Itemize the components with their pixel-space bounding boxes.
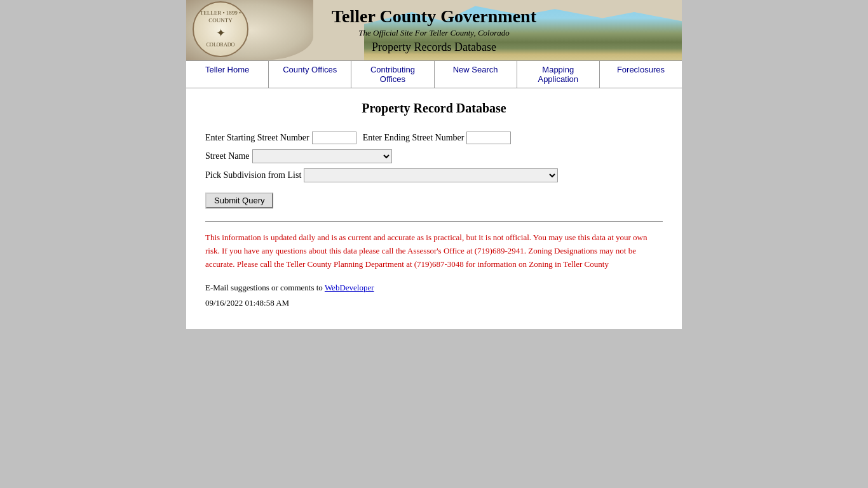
header: TELLER • 1899 • COUNTY ✦ COLORADO Teller… xyxy=(186,0,682,60)
page-title: Property Record Database xyxy=(205,101,663,116)
db-title: Property Records Database xyxy=(332,41,536,54)
subdivision-row: Pick Subdivision from List xyxy=(205,168,663,182)
starting-street-input[interactable] xyxy=(312,132,356,144)
seal-star: ✦ xyxy=(194,26,247,41)
main-content: Property Record Database Enter Starting … xyxy=(186,88,682,329)
nav-foreclosures[interactable]: Foreclosures xyxy=(600,61,682,88)
street-name-select[interactable] xyxy=(252,149,392,163)
street-name-label: Street Name xyxy=(205,151,250,161)
divider xyxy=(205,221,663,222)
site-title: Teller County Government xyxy=(332,6,536,27)
nav-county-offices[interactable]: County Offices xyxy=(269,61,351,88)
submit-button[interactable]: Submit Query xyxy=(205,193,273,208)
disclaimer-text: This information is updated daily and is… xyxy=(205,231,663,271)
submit-row: Submit Query xyxy=(205,187,663,208)
street-number-row: Enter Starting Street Number Enter Endin… xyxy=(205,132,663,144)
starting-street-label: Enter Starting Street Number xyxy=(205,133,309,143)
ending-street-label: Enter Ending Street Number xyxy=(363,133,465,143)
county-seal: TELLER • 1899 • COUNTY ✦ COLORADO xyxy=(193,1,248,57)
nav-contributing-offices[interactable]: Contributing Offices xyxy=(351,61,434,88)
footer-text: E-Mail suggestions or comments to WebDev… xyxy=(205,280,663,310)
nav-teller-home[interactable]: Teller Home xyxy=(186,61,269,88)
nav-mapping-application[interactable]: Mapping Application xyxy=(517,61,600,88)
ending-street-input[interactable] xyxy=(466,132,511,144)
seal-text: TELLER • 1899 • COUNTY xyxy=(194,10,247,24)
header-text: Teller County Government The Official Si… xyxy=(332,6,536,54)
email-label: E-Mail suggestions or comments to xyxy=(205,283,323,292)
subdivision-label: Pick Subdivision from List xyxy=(205,170,301,180)
subdivision-select[interactable] xyxy=(304,168,558,182)
site-subtitle: The Official Site For Teller County, Col… xyxy=(332,28,536,38)
page-wrapper: TELLER • 1899 • COUNTY ✦ COLORADO Teller… xyxy=(186,0,682,329)
search-form: Enter Starting Street Number Enter Endin… xyxy=(205,132,663,208)
webdeveloper-link[interactable]: WebDeveloper xyxy=(325,283,374,292)
nav-new-search[interactable]: New Search xyxy=(435,61,517,88)
timestamp: 09/16/2022 01:48:58 AM xyxy=(205,298,289,308)
seal-co: COLORADO xyxy=(194,42,247,48)
navigation: Teller Home County Offices Contributing … xyxy=(186,60,682,88)
street-name-row: Street Name xyxy=(205,149,663,163)
